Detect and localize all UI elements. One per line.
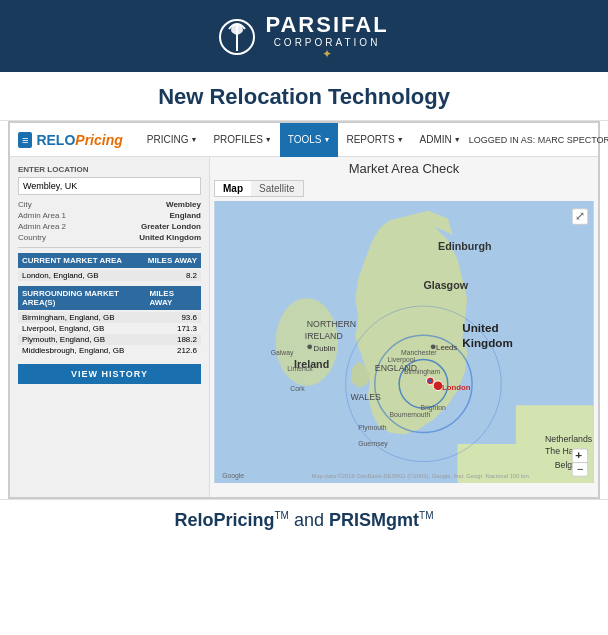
svg-text:⤢: ⤢	[575, 209, 585, 222]
city-row: City Wembley	[18, 200, 201, 209]
footer-prism: PRISM	[329, 510, 386, 530]
nav-user: LOGGED IN AS: MARC SPECTOR ▼	[469, 135, 608, 145]
surrounding-label: SURROUNDING MARKET AREA(S)	[22, 289, 150, 307]
nav-profiles[interactable]: PROFILES ▼	[205, 123, 279, 157]
brand-relo: RELO	[36, 132, 75, 148]
surr-row-2: Plymouth, England, GB 188.2	[18, 334, 201, 345]
current-area: London, England, GB	[22, 271, 99, 280]
map-svg: Edinburgh Glasgow United Kingdom NORTHER…	[214, 201, 594, 483]
map-container[interactable]: Edinburgh Glasgow United Kingdom NORTHER…	[214, 201, 594, 483]
nav-pricing-caret: ▼	[190, 136, 197, 143]
fleur-icon: ✦	[265, 48, 388, 61]
svg-text:Glasgow: Glasgow	[423, 279, 468, 291]
svg-text:Galway: Galway	[271, 349, 294, 357]
tab-satellite[interactable]: Satellite	[251, 181, 303, 196]
enter-location-label: ENTER LOCATION	[18, 165, 201, 174]
svg-text:Dublin: Dublin	[314, 344, 336, 353]
nav-admin[interactable]: ADMIN ▼	[412, 123, 469, 157]
nav-profiles-label: PROFILES	[213, 134, 262, 145]
country-label: Country	[18, 233, 46, 242]
surr-area-0: Birmingham, England, GB	[22, 313, 115, 322]
admin2-label: Admin Area 2	[18, 222, 66, 231]
city-value: Wembley	[166, 200, 201, 209]
nav-admin-caret: ▼	[454, 136, 461, 143]
nav-tools-caret: ▼	[324, 136, 331, 143]
nav-reports-label: REPORTS	[346, 134, 394, 145]
logged-in-user[interactable]: MARC SPECTOR ▼	[538, 135, 608, 145]
svg-text:Map data ©2019 GeoBasis-DE/BKG: Map data ©2019 GeoBasis-DE/BKG (©2009), …	[312, 473, 529, 479]
svg-text:London: London	[442, 383, 471, 392]
app-brand: ≡ RELOPricing	[18, 132, 123, 148]
current-miles: 8.2	[186, 271, 197, 280]
nav-pricing[interactable]: PRICING ▼	[139, 123, 206, 157]
svg-text:Cork: Cork	[290, 385, 305, 392]
surr-row-0: Birmingham, England, GB 93.6	[18, 312, 201, 323]
nav-tools-label: TOOLS	[288, 134, 322, 145]
nav-reports[interactable]: REPORTS ▼	[338, 123, 411, 157]
svg-text:Guernsey: Guernsey	[358, 440, 388, 448]
admin2-value: Greater London	[141, 222, 201, 231]
surr-miles-2: 188.2	[177, 335, 197, 344]
admin1-row: Admin Area 1 England	[18, 211, 201, 220]
svg-point-32	[428, 379, 432, 383]
svg-point-2	[276, 298, 338, 386]
surr-row-1: Liverpool, England, GB 171.3	[18, 323, 201, 334]
main-content: ENTER LOCATION City Wembley Admin Area 1…	[10, 157, 598, 497]
tab-map[interactable]: Map	[215, 181, 251, 196]
svg-text:Netherlands: Netherlands	[545, 434, 593, 444]
svg-text:+: +	[575, 448, 582, 461]
map-tabs: Map Satellite	[214, 180, 304, 197]
surr-miles-0: 93.6	[181, 313, 197, 322]
svg-text:Google: Google	[222, 472, 244, 480]
surr-miles-1: 171.3	[177, 324, 197, 333]
page-heading: New Relocation Technology	[0, 84, 608, 110]
svg-text:United: United	[462, 321, 498, 334]
admin2-row: Admin Area 2 Greater London	[18, 222, 201, 231]
nav-profiles-caret: ▼	[265, 136, 272, 143]
svg-text:Limerick: Limerick	[287, 365, 313, 372]
footer-tm2: TM	[419, 510, 433, 521]
nav-reports-caret: ▼	[397, 136, 404, 143]
svg-text:WALES: WALES	[351, 392, 381, 402]
svg-text:Bournemouth: Bournemouth	[389, 411, 430, 418]
svg-text:Liverpool: Liverpool	[387, 356, 415, 364]
view-history-button[interactable]: VIEW HISTORY	[18, 364, 201, 384]
footer-gmt: gmt	[386, 510, 419, 530]
current-market-row: London, England, GB 8.2	[18, 270, 201, 281]
current-market-label: CURRENT MARKET AREA	[22, 256, 122, 265]
footer-relopricing: ReloPricing	[174, 510, 274, 530]
surr-area-2: Plymouth, England, GB	[22, 335, 105, 344]
logged-in-label: LOGGED IN AS:	[469, 135, 536, 145]
location-input[interactable]	[18, 177, 201, 195]
svg-text:IRELAND: IRELAND	[305, 331, 343, 341]
svg-point-20	[307, 344, 312, 349]
surrounding-header: SURROUNDING MARKET AREA(S) MILES AWAY	[18, 286, 201, 310]
city-label: City	[18, 200, 32, 209]
app-brand-name: RELOPricing	[36, 132, 122, 148]
surr-miles-3: 212.6	[177, 346, 197, 355]
map-title: Market Area Check	[214, 161, 594, 176]
admin1-value: England	[169, 211, 201, 220]
nav-admin-label: ADMIN	[420, 134, 452, 145]
top-header: PARSIFAL CORPORATION ✦	[0, 0, 608, 72]
nav-tools[interactable]: TOOLS ▼	[280, 123, 339, 157]
app-frame: ≡ RELOPricing PRICING ▼ PROFILES ▼ TOOLS…	[8, 121, 600, 499]
nav-items: PRICING ▼ PROFILES ▼ TOOLS ▼ REPORTS ▼ A…	[139, 123, 608, 157]
bottom-footer: ReloPricingTM and PRISMgmtTM	[0, 499, 608, 541]
country-value: United Kingdom	[139, 233, 201, 242]
svg-text:NORTHERN: NORTHERN	[307, 319, 356, 329]
app-brand-icon: ≡	[18, 132, 32, 148]
svg-text:−: −	[577, 462, 584, 475]
map-panel: Market Area Check Map Satellite	[210, 157, 598, 497]
svg-text:Birmingham: Birmingham	[404, 368, 441, 376]
surr-area-3: Middlesbrough, England, GB	[22, 346, 124, 355]
app-navbar: ≡ RELOPricing PRICING ▼ PROFILES ▼ TOOLS…	[10, 123, 598, 157]
footer-tm1: TM	[275, 510, 289, 521]
svg-text:Kingdom: Kingdom	[462, 336, 513, 349]
svg-text:Manchester: Manchester	[401, 349, 437, 356]
logo-text: PARSIFAL CORPORATION ✦	[265, 13, 388, 61]
svg-text:Leeds: Leeds	[436, 343, 457, 352]
current-miles-label: MILES AWAY	[148, 256, 197, 265]
parsifal-label: PARSIFAL	[265, 13, 388, 37]
nav-pricing-label: PRICING	[147, 134, 189, 145]
